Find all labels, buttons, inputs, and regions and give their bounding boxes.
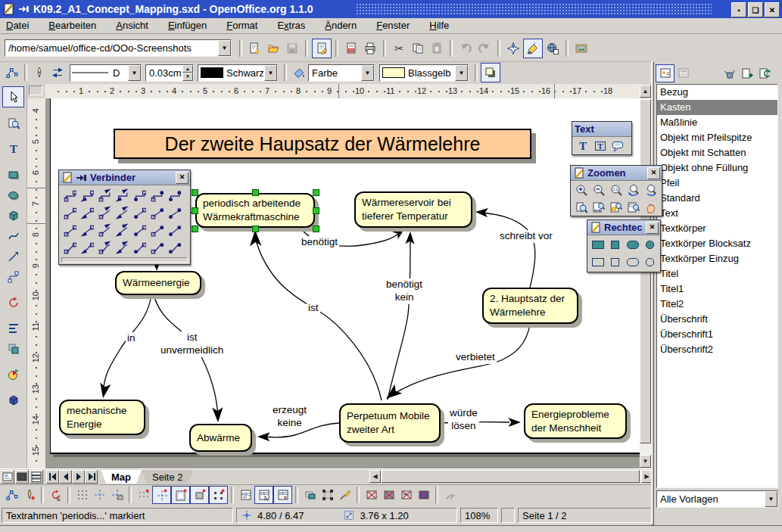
snap-frame-button[interactable] xyxy=(190,486,209,504)
export-pdf-button[interactable] xyxy=(342,39,360,58)
style-filter-combobox[interactable]: Alle Vorlagen ▼ xyxy=(656,490,778,508)
connector-tool-button[interactable] xyxy=(3,267,23,287)
next-page-button[interactable] xyxy=(72,470,85,484)
zoom-palette-titlebar[interactable]: Zoomen ✕ xyxy=(571,166,662,181)
line-style-combobox[interactable]: D ▼ xyxy=(70,64,142,82)
connector-straight-dot-dot-button[interactable] xyxy=(165,221,182,238)
new-document-button[interactable] xyxy=(245,39,263,58)
edge-label-erzeugt-keine[interactable]: erzeugtkeine xyxy=(271,404,308,430)
zoom-objects-button[interactable] xyxy=(625,198,642,216)
zoom-page-button[interactable] xyxy=(572,198,590,216)
style-list-item[interactable]: Textkörper Einzug xyxy=(657,251,777,266)
node-energieprobleme[interactable]: Energieproblemeder Menschheit xyxy=(524,403,627,439)
connector-curve-arrow-sq-button[interactable] xyxy=(78,238,95,256)
url-combobox[interactable]: /home/samuel/office-cd/OOo-Screenshots ▼ xyxy=(5,39,232,57)
text-placeholders-button[interactable]: ABC xyxy=(397,487,415,503)
new-style-button[interactable] xyxy=(738,65,756,82)
text-tool-button[interactable]: T xyxy=(3,139,23,159)
menu-aendern[interactable]: Ändern xyxy=(325,19,366,33)
arrow-ends-button[interactable] xyxy=(48,64,67,82)
text-area-select-button[interactable]: ABC xyxy=(254,486,273,504)
rounded-rect-outline-button[interactable] xyxy=(624,254,641,271)
line-width-value[interactable]: 0.03cm xyxy=(146,67,182,79)
gallery-button[interactable] xyxy=(572,39,590,58)
rect-filled-button[interactable] xyxy=(589,236,606,254)
connector-step-sq-dot-button[interactable] xyxy=(148,186,165,204)
rounded-square-outline-button[interactable] xyxy=(641,254,659,271)
connector-curve-dot-sq-button[interactable] xyxy=(130,238,148,256)
square-outline-button[interactable] xyxy=(606,254,624,271)
node-waermereservoir[interactable]: Wärmereservoir beitieferer Temperatur xyxy=(354,191,472,228)
fill-type-dropdown-button[interactable]: ▼ xyxy=(361,65,374,81)
connector-curve-sq-arrow-button[interactable] xyxy=(95,238,113,256)
edge-label-in[interactable]: in xyxy=(126,332,137,345)
connector-step-arrow-arrow-button[interactable] xyxy=(113,186,130,204)
connector-line-sq-arrow-button[interactable] xyxy=(95,204,113,221)
menu-ansicht[interactable]: Ansicht xyxy=(116,19,157,33)
connectors-palette-titlebar[interactable]: Verbinder ✕ xyxy=(59,170,190,185)
picture-placeholders-button[interactable] xyxy=(363,487,380,503)
connector-step-dot-dot-button[interactable] xyxy=(165,186,182,204)
edit-points-button[interactable] xyxy=(3,487,20,503)
text-palette-titlebar[interactable]: Text xyxy=(572,122,631,137)
selection-handle[interactable] xyxy=(192,189,198,196)
objects3d-tool-button[interactable] xyxy=(3,206,23,226)
scroll-down-button[interactable]: ▼ xyxy=(640,455,651,468)
snap-grid-button[interactable] xyxy=(135,487,152,503)
print-button[interactable] xyxy=(361,39,379,58)
insert-button[interactable] xyxy=(3,365,23,384)
line-width-field[interactable]: 0.03cm ▲▼ xyxy=(145,64,194,82)
edge-label-benoetigt-kein[interactable]: benötigtkein xyxy=(385,278,424,304)
connector-step-sq-arrow-button[interactable] xyxy=(95,186,113,204)
glue-points-button[interactable] xyxy=(20,487,38,503)
connector-curve-sq-sq-button[interactable] xyxy=(61,238,78,256)
view-drawing-button[interactable] xyxy=(1,470,14,484)
line-width-spinner[interactable]: ▲▼ xyxy=(182,65,193,81)
rectangles-palette-titlebar[interactable]: Rechtec ✕ xyxy=(587,220,660,235)
pan-button[interactable] xyxy=(642,198,659,216)
style-list-item[interactable]: Maßlinie xyxy=(657,115,777,130)
style-list-item[interactable]: Überschrift1 xyxy=(657,327,777,342)
effects-tool-button[interactable] xyxy=(3,293,23,313)
connector-line-dot-dot-button[interactable] xyxy=(165,204,182,221)
connector-step-dot-sq-button[interactable] xyxy=(130,186,148,204)
zoom-100-button[interactable]: 1:1 xyxy=(607,181,625,198)
graphics-styles-button[interactable] xyxy=(656,64,675,82)
callout-button[interactable] xyxy=(609,137,626,154)
edit-file-button[interactable] xyxy=(312,39,332,58)
hairline-mode-button[interactable] xyxy=(415,487,432,503)
style-list-item[interactable]: Titel2 xyxy=(657,297,777,312)
previous-page-button[interactable] xyxy=(59,470,72,484)
tab-map[interactable]: Map xyxy=(101,470,142,484)
area-dialog-button[interactable] xyxy=(290,64,308,82)
node-periodisch[interactable]: periodisch arbeitendeWärmekraftmaschine xyxy=(195,193,315,228)
node-perpetuum[interactable]: Perpetuum Mobilezweiter Art xyxy=(339,403,441,443)
zoom-in-button[interactable] xyxy=(572,181,590,198)
contour-mode-button[interactable] xyxy=(380,487,397,503)
snap-margins-button[interactable] xyxy=(171,486,190,504)
zoom-previous-button[interactable] xyxy=(625,181,642,198)
connector-step-sq-sq-button[interactable] xyxy=(61,186,78,204)
snaplines-visible-button[interactable] xyxy=(91,487,108,503)
view-layer-button[interactable] xyxy=(30,470,43,484)
connector-line-dot-sq-button[interactable] xyxy=(130,204,148,221)
update-style-button[interactable] xyxy=(756,65,773,82)
zoom-page-width-button[interactable] xyxy=(590,198,607,216)
selection-handle[interactable] xyxy=(313,189,319,196)
node-hauptsatz2[interactable]: 2. Hauptsatz derWärmelehre xyxy=(482,288,578,324)
connector-line-arrow-arrow-button[interactable] xyxy=(113,204,130,221)
node-waermeenergie[interactable]: Wärmeenergie xyxy=(115,271,201,295)
rectangles-palette[interactable]: Rechtec ✕ xyxy=(587,219,661,272)
connector-straight-arrow-arrow-button[interactable] xyxy=(113,221,130,238)
vertical-scrollbar[interactable] xyxy=(640,98,651,455)
stylist-button[interactable] xyxy=(523,39,543,58)
snap-points-button[interactable] xyxy=(209,486,228,504)
edit-points-toggle-button[interactable] xyxy=(3,64,21,82)
horizontal-ruler[interactable]: 123456789101112131415161718 xyxy=(45,84,640,99)
connector-straight-dot-sq-button[interactable] xyxy=(130,221,148,238)
fill-mode-button[interactable] xyxy=(721,65,738,82)
close-icon[interactable]: ✕ xyxy=(176,172,188,184)
open-button[interactable] xyxy=(264,39,282,58)
line-color-combobox[interactable]: Schwarz ▼ xyxy=(198,64,278,82)
connector-straight-sq-arrow-button[interactable] xyxy=(95,221,113,238)
